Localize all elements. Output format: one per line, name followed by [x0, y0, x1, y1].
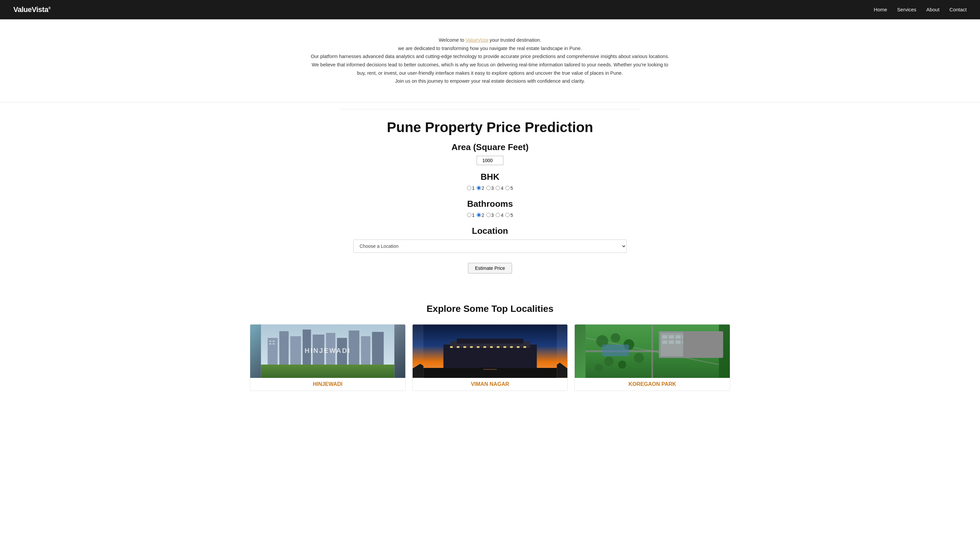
svg-rect-10 [361, 336, 370, 364]
svg-rect-13 [272, 340, 275, 342]
svg-rect-21 [450, 346, 453, 348]
svg-rect-3 [279, 331, 288, 364]
svg-rect-58 [602, 345, 629, 356]
nav-contact[interactable]: Contact [949, 7, 967, 12]
bhk-option-4[interactable]: 4 [496, 185, 503, 191]
svg-rect-12 [269, 340, 271, 342]
bath-option-3[interactable]: 3 [486, 212, 494, 218]
bhk-option-3[interactable]: 3 [486, 185, 494, 191]
svg-rect-45 [689, 335, 694, 339]
svg-rect-34 [483, 369, 497, 370]
koregaon-image [575, 325, 730, 378]
hinjewadi-name: HINJEWADI [250, 378, 405, 391]
bath-option-4[interactable]: 4 [496, 212, 503, 218]
svg-rect-30 [510, 346, 513, 348]
logo: ValueVista® [13, 5, 51, 14]
bath-option-5[interactable]: 5 [505, 212, 513, 218]
hero-line3: Our platform harnesses advanced data ana… [310, 53, 670, 61]
bhk-label: BHK [353, 172, 627, 182]
localities-title: Explore Some Top Localities [250, 304, 730, 314]
svg-text:HINJEWADI: HINJEWADI [305, 347, 351, 354]
hero-line4: We believe that informed decisions lead … [310, 61, 670, 77]
hinjewadi-svg: HINJEWADI [250, 325, 405, 378]
bath-option-1[interactable]: 1 [467, 212, 475, 218]
koregaon-name: KOREGAON PARK [575, 378, 730, 391]
nav-links: Home Services About Contact [874, 7, 967, 13]
prediction-title: Pune Property Price Prediction [353, 119, 627, 135]
navbar: ValueVista® Home Services About Contact [0, 0, 980, 19]
bhk-radio-group: 1 2 3 4 5 [353, 185, 627, 191]
nav-about[interactable]: About [926, 7, 939, 12]
svg-rect-44 [682, 335, 687, 339]
svg-rect-50 [689, 340, 694, 344]
vimannagar-svg [413, 325, 568, 378]
svg-rect-4 [290, 336, 301, 364]
bhk-option-5[interactable]: 5 [505, 185, 513, 191]
svg-rect-11 [372, 332, 383, 364]
svg-rect-49 [682, 340, 687, 344]
localities-grid: HINJEWADI HINJEWADI [250, 324, 730, 391]
hero-section: Welcome to ValueVista your trusted desti… [290, 19, 690, 95]
nav-home[interactable]: Home [874, 7, 887, 12]
estimate-button[interactable]: Estimate Price [468, 263, 512, 274]
svg-rect-25 [477, 346, 479, 348]
locality-card-vimannagar[interactable]: VIMAN NAGAR [412, 324, 568, 391]
svg-point-55 [619, 361, 627, 369]
locality-card-koregaon[interactable]: KOREGAON PARK [574, 324, 730, 391]
svg-rect-48 [676, 340, 681, 344]
bathrooms-radio-group: 1 2 3 4 5 [353, 212, 627, 218]
bath-option-2[interactable]: 2 [477, 212, 484, 218]
svg-rect-42 [669, 335, 674, 339]
brand-link[interactable]: ValueVista [466, 37, 488, 43]
svg-rect-18 [443, 345, 537, 368]
nav-services[interactable]: Services [897, 7, 916, 12]
hero-line1: Welcome to ValueVista your trusted desti… [310, 36, 670, 45]
svg-rect-23 [463, 346, 466, 348]
hinjewadi-image: HINJEWADI [250, 325, 405, 378]
bhk-option-1[interactable]: 1 [467, 185, 475, 191]
vimannagar-name: VIMAN NAGAR [413, 378, 568, 391]
koregaon-svg [575, 325, 730, 378]
svg-rect-31 [517, 346, 519, 348]
svg-point-52 [611, 333, 620, 342]
svg-point-54 [605, 356, 614, 366]
vimannagar-image [413, 325, 568, 378]
svg-rect-46 [662, 340, 667, 344]
hero-line5: Join us on this journey to empower your … [310, 77, 670, 85]
svg-rect-14 [269, 343, 271, 345]
bathrooms-label: Bathrooms [353, 199, 627, 209]
prediction-section: Pune Property Price Prediction Area (Squ… [340, 109, 640, 300]
svg-rect-24 [470, 346, 473, 348]
svg-rect-1 [261, 364, 394, 378]
area-label: Area (Square Feet) [353, 142, 627, 153]
svg-rect-28 [497, 346, 500, 348]
localities-section: Explore Some Top Localities [240, 300, 740, 404]
svg-point-56 [634, 353, 644, 363]
svg-rect-47 [669, 340, 674, 344]
svg-rect-26 [483, 346, 486, 348]
hero-line2: we are dedicated to transforming how you… [310, 45, 670, 53]
locality-card-hinjewadi[interactable]: HINJEWADI HINJEWADI [250, 324, 406, 391]
bhk-option-2[interactable]: 2 [477, 185, 484, 191]
section-divider [0, 102, 980, 102]
svg-rect-32 [523, 346, 526, 348]
svg-rect-41 [662, 335, 667, 339]
svg-rect-27 [490, 346, 493, 348]
svg-rect-29 [503, 346, 506, 348]
svg-rect-43 [676, 335, 681, 339]
svg-point-57 [595, 364, 603, 372]
location-label: Location [353, 226, 627, 236]
svg-rect-22 [457, 346, 459, 348]
svg-rect-15 [272, 343, 275, 345]
location-select[interactable]: Choose a Location Hinjewadi Viman Nagar … [353, 239, 627, 253]
area-input[interactable] [477, 156, 503, 165]
svg-rect-20 [457, 339, 523, 344]
